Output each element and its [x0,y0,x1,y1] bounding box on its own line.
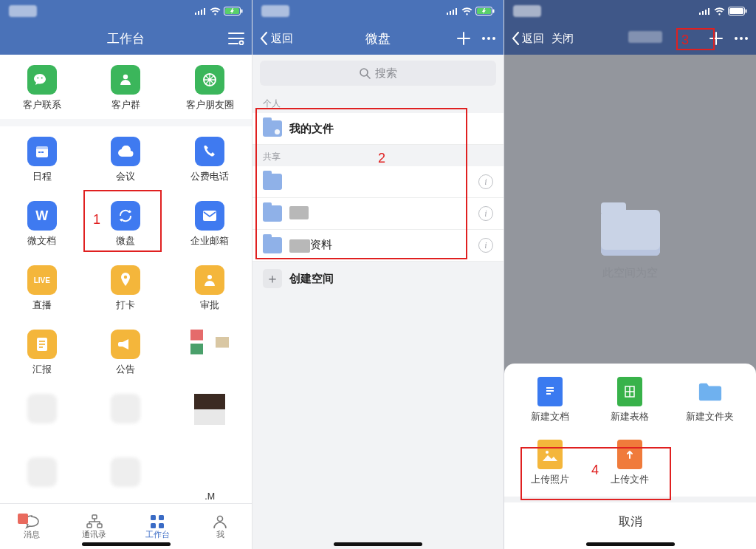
nav-close[interactable]: 关闭 [551,32,574,46]
more-icon[interactable] [734,36,749,41]
sheet-new-folder[interactable]: 新建文件夹 [670,377,750,423]
svg-point-59 [546,451,549,454]
cell-ext2[interactable] [0,383,84,447]
cell-customer-contact[interactable]: 客户联系 [0,55,84,119]
apps-section: 日程 会议 公费电话 W微文档 微盘 企业邮箱 LIVE直播 打卡 审批 汇报 … [0,126,252,509]
svg-rect-23 [92,515,97,519]
settings-list-icon[interactable] [228,32,244,45]
cell-checkin[interactable]: 打卡 [84,255,168,319]
cell-meeting[interactable]: 会议 [84,126,168,191]
svg-point-17 [124,276,127,279]
svg-point-18 [207,275,212,279]
svg-point-50 [740,37,743,40]
row-my-files[interactable]: 我的文件 [252,113,504,145]
status-time-blur [513,5,541,17]
cell-announce[interactable]: 公告 [84,319,168,383]
doc-icon [537,377,563,406]
more-icon[interactable] [481,36,496,41]
me-icon [213,514,227,529]
cell-schedule[interactable]: 日程 [0,126,84,191]
cell-report[interactable]: 汇报 [0,319,84,383]
tab-contacts[interactable]: 通讯录 [63,514,126,540]
search-input[interactable]: 搜索 [260,61,496,86]
status-bar [504,0,756,22]
folder-icon [698,377,723,406]
home-indicator [334,542,422,546]
cell-ext4[interactable] [168,383,252,447]
nav-bar: 返回 微盘 [252,22,504,55]
cell-ext3[interactable] [84,383,168,447]
plus-icon[interactable] [709,31,724,46]
svg-rect-45 [708,8,709,15]
row-create-space[interactable]: ＋ 创建空间 [252,262,504,296]
svg-rect-43 [702,11,704,15]
customer-section: 客户联系 客户群 客户朋友圈 [0,55,252,119]
tab-messages[interactable]: 消息 [0,514,63,540]
cell-customer-moments[interactable]: 客户朋友圈 [168,55,252,119]
svg-rect-25 [97,524,102,528]
info-icon[interactable]: i [478,238,493,253]
section-personal: 个人 [252,92,504,113]
nav-bar: 工作台 [0,22,252,55]
mail-icon [195,201,224,231]
svg-rect-24 [87,524,92,528]
cell-approval[interactable]: 审批 [168,255,252,319]
sheet-new-doc[interactable]: 新建文档 [510,377,590,423]
svg-rect-14 [38,151,41,153]
cell-weidoc[interactable]: W微文档 [0,191,84,255]
svg-rect-29 [159,523,164,528]
home-indicator [586,542,675,546]
cell-call[interactable]: 公费电话 [168,126,252,191]
upload-icon [617,440,642,469]
horn-icon [111,330,140,359]
search-icon [360,68,371,79]
plus-icon[interactable] [456,31,471,46]
nav-bar: 返回 关闭 [504,22,756,55]
cell-live[interactable]: LIVE直播 [0,255,84,319]
person-icon [195,265,224,295]
cell-ext7[interactable]: .M [168,447,252,509]
svg-rect-42 [699,13,701,15]
svg-point-9 [41,78,43,79]
cell-mail[interactable]: 企业邮箱 [168,191,252,255]
svg-rect-34 [456,8,457,15]
tab-me[interactable]: 我 [189,514,252,540]
row-shared-3[interactable]: 资料 i [252,230,504,262]
row-shared-2[interactable]: i [252,198,504,230]
body-overlay: 此空间为空 新建文档 新建表格 新建文件夹 上传照片 [504,55,756,549]
nav-title-blur [600,31,690,47]
svg-point-8 [37,78,38,79]
tab-workbench[interactable]: 工作台 [126,514,189,540]
info-icon[interactable]: i [478,206,493,221]
cell-ext6[interactable] [84,447,168,509]
cell-ext5[interactable] [0,447,84,509]
live-icon: LIVE [27,265,57,295]
plus-box-icon: ＋ [263,269,282,288]
svg-rect-0 [195,13,196,15]
org-icon [86,514,103,529]
search-placeholder: 搜索 [375,67,397,81]
chevron-left-icon [512,32,520,45]
sheet-upload-file[interactable]: 上传文件 [590,440,670,486]
section-shared: 共享 [252,145,504,166]
signal-icon [195,7,207,15]
svg-point-51 [745,37,748,40]
info-icon[interactable]: i [478,174,493,189]
folder-icon [263,120,282,137]
nav-back[interactable]: 返回 [512,32,544,46]
nav-back[interactable]: 返回 [260,32,319,46]
cell-customer-group[interactable]: 客户群 [84,55,168,119]
screen-space-empty: 返回 关闭 3 此空间为空 新建文档 新建表格 [504,0,756,549]
sheet-new-sheet[interactable]: 新建表格 [590,377,670,423]
svg-rect-53 [546,387,554,389]
row-shared-1[interactable]: i [252,166,504,198]
home-indicator [82,542,171,546]
letter-w-icon: W [27,201,57,231]
cell-ext1[interactable] [168,319,252,383]
svg-rect-47 [729,8,743,14]
wifi-icon [461,7,472,16]
sheet-cancel[interactable]: 取消 [504,497,756,549]
cell-weipan[interactable]: 微盘 [84,191,168,255]
sheet-upload-photo[interactable]: 上传照片 [510,440,590,486]
calendar-icon [27,137,57,166]
